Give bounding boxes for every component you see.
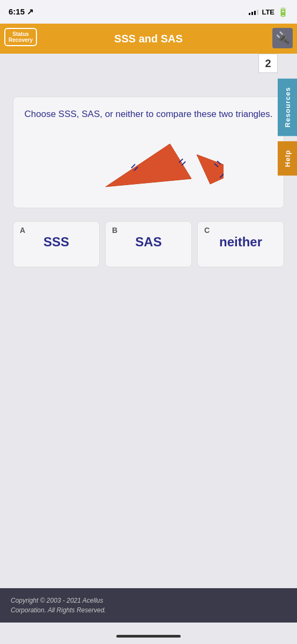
choice-c-label: C xyxy=(204,226,210,235)
triangles-svg xyxy=(73,133,224,192)
signal-bars-icon xyxy=(249,9,258,15)
help-tab[interactable]: Help xyxy=(278,141,297,175)
footer-line1: Copyright © 2003 - 2021 Acellus xyxy=(11,596,286,605)
choice-b-text: SAS xyxy=(135,235,161,249)
question-text: Choose SSS, SAS, or neither to compare t… xyxy=(22,108,275,121)
plug-symbol: 🔌 xyxy=(276,31,290,45)
choice-a-text: SSS xyxy=(43,235,69,249)
choice-a-card[interactable]: A SSS xyxy=(13,221,100,267)
svg-marker-0 xyxy=(106,144,191,187)
footer-line2: Corporation. All Rights Reserved. xyxy=(11,605,286,615)
status-time: 6:15 ↗ xyxy=(9,7,34,17)
plugin-icon[interactable]: 🔌 xyxy=(272,28,293,48)
choices-row: A SSS B SAS C neither xyxy=(13,221,284,267)
battery-icon: 🔋 xyxy=(278,7,288,17)
status-bar: 6:15 ↗ LTE 🔋 xyxy=(0,0,297,24)
choice-c-text: neither xyxy=(219,235,262,249)
main-content: Choose SSS, SAS, or neither to compare t… xyxy=(0,54,297,537)
choice-a-label: A xyxy=(20,226,25,235)
right-tabs: Resources Help xyxy=(278,54,297,176)
svg-marker-5 xyxy=(197,155,224,184)
recovery-label: Recovery xyxy=(9,37,33,43)
status-icons: LTE 🔋 xyxy=(249,7,288,17)
resources-tab[interactable]: Resources xyxy=(278,78,297,136)
home-indicator xyxy=(116,635,181,638)
footer: Copyright © 2003 - 2021 Acellus Corporat… xyxy=(0,588,297,623)
status-label: Status xyxy=(9,31,33,37)
svg-line-4 xyxy=(182,162,185,165)
page-number: 2 xyxy=(258,54,278,73)
choice-b-label: B xyxy=(112,226,117,235)
choice-c-card[interactable]: C neither xyxy=(197,221,284,267)
status-recovery-button[interactable]: Status Recovery xyxy=(4,28,37,46)
lte-label: LTE xyxy=(262,8,274,16)
header-title: SSS and SAS xyxy=(114,33,183,45)
choice-b-card[interactable]: B SAS xyxy=(105,221,192,267)
question-card: Choose SSS, SAS, or neither to compare t… xyxy=(13,97,284,208)
app-header: Status Recovery SSS and SAS 🔌 xyxy=(0,24,297,54)
triangle-diagram xyxy=(22,130,275,195)
